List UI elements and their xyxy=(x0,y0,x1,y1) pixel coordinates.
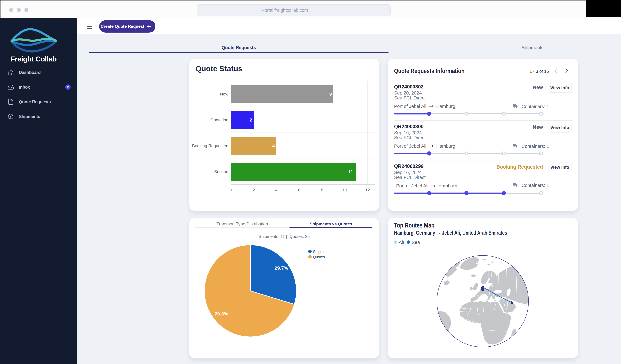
svg-text:Shipments: Shipments xyxy=(313,250,330,254)
svg-text:Quotes: Quotes xyxy=(313,255,325,259)
svg-text:29.7%: 29.7% xyxy=(275,265,288,271)
svg-text:70.3%: 70.3% xyxy=(215,311,228,316)
